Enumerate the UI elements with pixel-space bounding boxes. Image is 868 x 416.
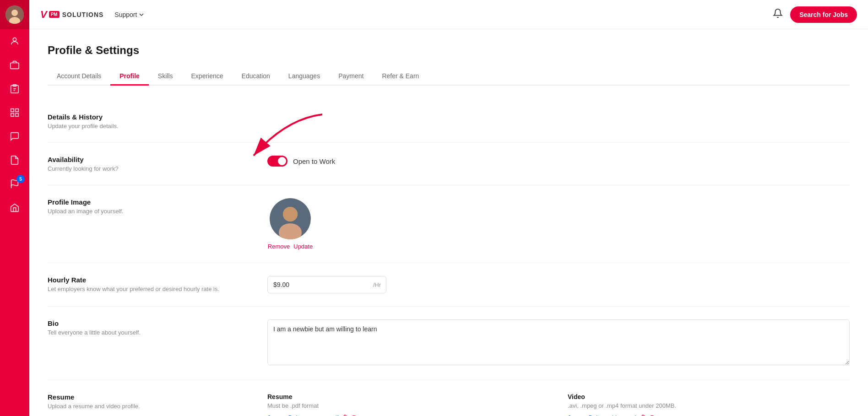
sidebar: 5 [0, 0, 29, 416]
chevron-down-icon [139, 12, 144, 17]
bio-section: Bio Tell everyone a little about yoursel… [48, 307, 850, 380]
profile-image-subtitle: Upload an image of yourself. [48, 208, 267, 215]
open-to-work-row: Open to Work [267, 156, 850, 167]
svg-rect-7 [11, 109, 14, 112]
tab-skills[interactable]: Skills [149, 68, 182, 86]
sidebar-item-flag[interactable]: 5 [0, 172, 29, 196]
video-filename[interactable]: James_Dalton_video.mp4 [568, 414, 636, 416]
sidebar-item-grid[interactable] [0, 101, 29, 124]
topnav: V PM SOLUTIONS Support Search for Jobs [29, 0, 868, 29]
resume-label: Resume Upload a resume and video profile… [48, 393, 267, 410]
availability-subtitle: Currently looking for work? [48, 165, 267, 172]
update-image-button[interactable]: Update [293, 243, 313, 250]
logo-pm: PM [49, 11, 60, 18]
profile-image-area: Remove Update [267, 198, 313, 250]
svg-rect-8 [16, 109, 18, 112]
tab-experience[interactable]: Experience [182, 68, 233, 86]
bio-label: Bio Tell everyone a little about yoursel… [48, 319, 267, 336]
sidebar-item-clipboard[interactable] [0, 77, 29, 101]
svg-rect-4 [11, 63, 19, 69]
video-file-label: Video [568, 393, 850, 400]
resume-file-hint: Must be .pdf format [267, 402, 549, 409]
tab-refer-earn[interactable]: Refer & Earn [373, 68, 428, 86]
details-history-label: Details & History Update your profile de… [48, 113, 267, 130]
resume-file-row: James_Dalton_resume.pdf 🗑 Remove [267, 414, 549, 416]
bio-title: Bio [48, 319, 267, 327]
logo-solutions: SOLUTIONS [62, 11, 104, 18]
resume-trash-icon[interactable]: 🗑 [342, 414, 348, 416]
nav-support[interactable]: Support [114, 11, 144, 18]
hourly-rate-label: Hourly Rate Let employers know what your… [48, 276, 267, 292]
resume-cols: Resume Must be .pdf format James_Dalton_… [267, 393, 850, 416]
resume-section: Resume Upload a resume and video profile… [48, 380, 850, 416]
sidebar-item-user[interactable] [0, 29, 29, 53]
tab-payment[interactable]: Payment [329, 68, 373, 86]
resume-title: Resume [48, 393, 267, 401]
tab-languages[interactable]: Languages [279, 68, 329, 86]
video-file-col: Video .avi, .mpeg or .mp4 format under 2… [568, 393, 850, 416]
resume-subtitle: Upload a resume and video profile. [48, 403, 267, 410]
availability-section: Availability Currently looking for work? [48, 143, 850, 185]
hourly-rate-content: /Hr [267, 276, 850, 293]
svg-point-1 [11, 10, 18, 16]
bio-subtitle: Tell everyone a little about yourself. [48, 329, 267, 336]
bio-content [267, 319, 850, 367]
content-area: Profile & Settings Account Details Profi… [29, 29, 868, 416]
svg-point-16 [283, 207, 298, 222]
profile-image-content: Remove Update [267, 198, 850, 250]
svg-rect-10 [16, 113, 18, 116]
open-to-work-toggle[interactable] [267, 156, 288, 167]
hourly-rate-input[interactable] [267, 276, 386, 293]
resume-file-label: Resume [267, 393, 549, 400]
resume-filename[interactable]: James_Dalton_resume.pdf [267, 414, 338, 416]
details-history-section: Details & History Update your profile de… [48, 100, 850, 143]
image-actions: Remove Update [268, 243, 313, 250]
tab-account-details[interactable]: Account Details [48, 68, 110, 86]
resume-file-col: Resume Must be .pdf format James_Dalton_… [267, 393, 549, 416]
user-avatar[interactable] [0, 0, 29, 29]
sidebar-item-chat[interactable] [0, 124, 29, 148]
svg-rect-9 [11, 113, 14, 116]
open-to-work-label: Open to Work [293, 157, 335, 165]
logo-v: V [40, 9, 47, 21]
availability-title: Availability [48, 156, 267, 163]
hourly-rate-title: Hourly Rate [48, 276, 267, 284]
details-history-subtitle: Update your profile details. [48, 123, 267, 130]
remove-image-button[interactable]: Remove [268, 243, 290, 250]
availability-label: Availability Currently looking for work? [48, 156, 267, 172]
video-file-hint: .avi, .mpeg or .mp4 format under 200MB. [568, 402, 850, 409]
availability-content: Open to Work [267, 156, 850, 167]
page-title: Profile & Settings [48, 44, 850, 57]
topnav-right: Search for Jobs [773, 6, 857, 23]
tab-education[interactable]: Education [233, 68, 279, 86]
flag-badge: 5 [16, 175, 25, 183]
search-jobs-button[interactable]: Search for Jobs [790, 6, 857, 23]
bio-textarea[interactable] [267, 319, 850, 365]
sidebar-item-document[interactable] [0, 148, 29, 172]
profile-image-label: Profile Image Upload an image of yoursel… [48, 198, 267, 215]
hourly-rate-subtitle: Let employers know what your preferred o… [48, 286, 267, 292]
tab-profile[interactable]: Profile [110, 68, 149, 86]
profile-image-section: Profile Image Upload an image of yoursel… [48, 185, 850, 263]
hourly-rate-section: Hourly Rate Let employers know what your… [48, 263, 850, 307]
video-file-row: James_Dalton_video.mp4 🗑 Remove [568, 414, 850, 416]
video-remove-link[interactable]: Remove [650, 414, 672, 416]
profile-photo [270, 198, 311, 239]
svg-point-3 [13, 38, 16, 41]
main-wrapper: V PM SOLUTIONS Support Search for Jobs P… [29, 0, 868, 416]
rate-suffix: /Hr [373, 281, 381, 288]
bell-icon[interactable] [773, 8, 783, 21]
details-history-title: Details & History [48, 113, 267, 121]
resume-remove-link[interactable]: Remove [352, 414, 374, 416]
support-label: Support [114, 11, 137, 18]
logo: V PM SOLUTIONS [40, 9, 103, 21]
video-trash-icon[interactable]: 🗑 [640, 414, 646, 416]
rate-input-wrapper: /Hr [267, 276, 386, 293]
sidebar-item-home[interactable] [0, 196, 29, 220]
profile-image-title: Profile Image [48, 198, 267, 206]
tabs-bar: Account Details Profile Skills Experienc… [48, 68, 850, 86]
sidebar-item-briefcase[interactable] [0, 53, 29, 77]
